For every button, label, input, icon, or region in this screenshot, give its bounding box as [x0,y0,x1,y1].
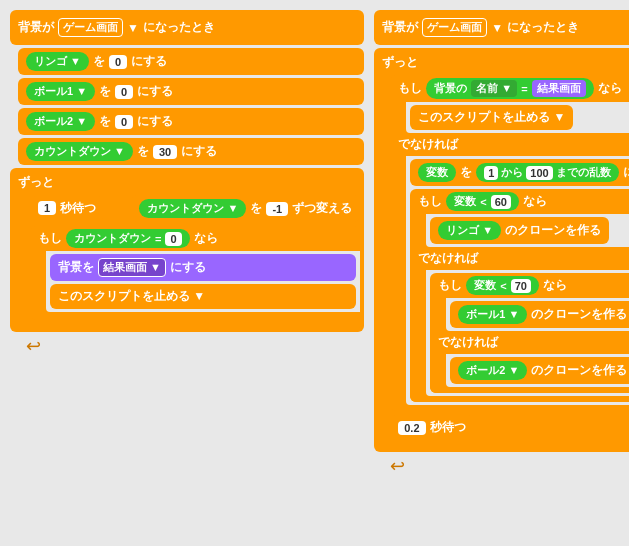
var-ringo: リンゴ ▼ [26,52,89,71]
wait-label-left: 秒待つ [60,200,96,217]
var-ball1: ボール1 ▼ [26,82,95,101]
wait-label-right: 秒待つ [430,419,466,436]
if2-condition: 変数 < 60 [446,192,519,211]
change-countdown-block[interactable]: カウントダウン ▼ を -1 ずつ変える [131,195,360,222]
val-30: 30 [153,145,177,159]
set-ball2-block[interactable]: ボール2 ▼ を 0 にする [18,108,364,135]
forever-block-right[interactable]: ずっと もし 背景の 名前 ▼ = 結果画面 なら このスクリプトを止める ▼ … [374,48,629,452]
else1-label: でなければ [390,133,629,156]
hat-arrow-right: ▼ [491,21,503,35]
clone-ball2-block[interactable]: ボール2 ▼ のクローンを作る [450,357,629,384]
bg-val[interactable]: 結果画面 ▼ [98,258,166,277]
change-val: -1 [266,202,288,216]
set-ball1-block[interactable]: ボール1 ▼ を 0 にする [18,78,364,105]
rand-var: 変数 [418,163,456,182]
if1-header: もし 背景の 名前 ▼ = 結果画面 なら [390,75,629,102]
forever-header: ずっと [10,172,364,193]
right-script-panel: 背景が ゲーム画面 ▼ になったとき ずっと もし 背景の 名前 ▼ = 結果画… [374,10,629,536]
hat-dropdown-right[interactable]: ゲーム画面 [422,18,487,37]
set-countdown-block[interactable]: カウントダウン ▼ を 30 にする [18,138,364,165]
if3-header: もし 変数 < 70 なら [430,273,629,298]
clone-ball2-var: ボール2 ▼ [458,361,527,380]
rand-condition: 1 から 100 までの乱数 [476,163,618,182]
var-countdown: カウントダウン ▼ [26,142,133,161]
clone-ringo-block[interactable]: リンゴ ▼ のクローンを作る [430,217,609,244]
hat-dropdown-left[interactable]: ゲーム画面 [58,18,123,37]
stop-block-right[interactable]: このスクリプトを止める ▼ [410,105,573,130]
set-bg-block[interactable]: 背景を 結果画面 ▼ にする [50,254,356,281]
wait-block-right[interactable]: 0.2 秒待つ [390,415,473,440]
wait-block-left[interactable]: 1 秒待つ [30,196,104,221]
hat-suffix-left: になったとき [143,19,215,36]
clone-ball1-block[interactable]: ボール1 ▼ のクローンを作る [450,301,629,328]
clone-ball1-var: ボール1 ▼ [458,305,527,324]
hat-label-right: 背景が [382,19,418,36]
if1-block[interactable]: もし 背景の 名前 ▼ = 結果画面 なら このスクリプトを止める ▼ でなけれ… [390,75,629,411]
tail-right: ↩ [390,455,629,477]
val-0-ball1: 0 [115,85,133,99]
else2-label: でなければ [410,247,629,270]
if3-block[interactable]: もし 変数 < 70 なら ボール1 ▼ [430,273,629,393]
wait-val-right: 0.2 [398,421,425,435]
hat-arrow-left: ▼ [127,21,139,35]
hat-block-left[interactable]: 背景が ゲーム画面 ▼ になったとき [10,10,364,45]
if3-condition: 変数 < 70 [466,276,539,295]
set-rand-block[interactable]: 変数 を 1 から 100 までの乱数 にする [410,159,629,186]
if2-header: もし 変数 < 60 なら [410,189,629,214]
forever-block-left[interactable]: ずっと 1 秒待つ カウントダウン ▼ を -1 ずつ変える もし カウントダウ… [10,168,364,332]
change-var: カウントダウン ▼ [139,199,246,218]
hat-label-left: 背景が [18,19,54,36]
left-script-panel: 背景が ゲーム画面 ▼ になったとき リンゴ ▼ を 0 にする ボール1 ▼ … [10,10,364,536]
clone-ringo-var: リンゴ ▼ [438,221,501,240]
if2-block[interactable]: もし 変数 < 60 なら リンゴ ▼ のクローンを作る [410,189,629,402]
forever-header-right: ずっと [374,52,629,73]
stop-block-left[interactable]: このスクリプトを止める ▼ [50,284,356,309]
var-ball2: ボール2 ▼ [26,112,95,131]
set-ringo-block[interactable]: リンゴ ▼ を 0 にする [18,48,364,75]
if-block-left[interactable]: もし カウントダウン = 0 なら 背景を 結果画面 ▼ にする このスクリプト… [30,226,360,320]
if-header-left: もし カウントダウン = 0 なら [30,226,360,251]
tail-left: ↩ [26,335,364,357]
hat-block-right[interactable]: 背景が ゲーム画面 ▼ になったとき [374,10,629,45]
if1-condition: 背景の 名前 ▼ = 結果画面 [426,78,593,99]
hat-suffix-right: になったとき [507,19,579,36]
if-condition-left: カウントダウン = 0 [66,229,190,248]
wait-val-left: 1 [38,201,56,215]
val-0-ringo: 0 [109,55,127,69]
val-0-ball2: 0 [115,115,133,129]
else3-label: でなければ [430,331,629,354]
